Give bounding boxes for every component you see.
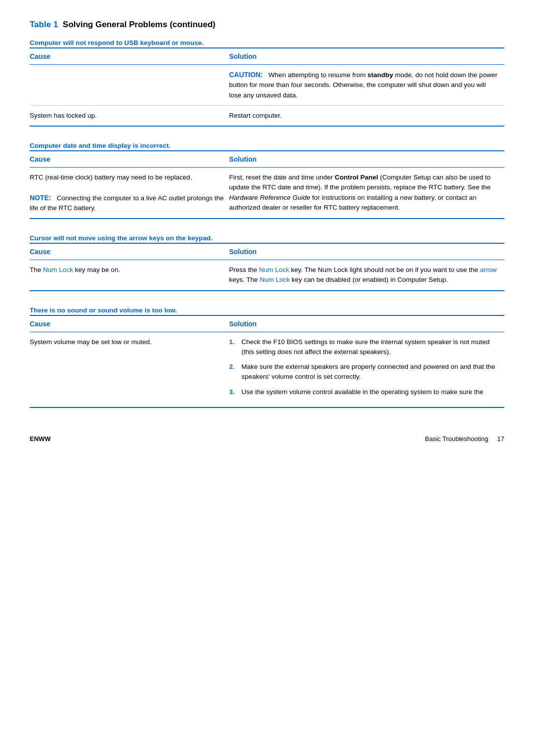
page-title: Table 1 Solving General Problems (contin… bbox=[30, 20, 504, 30]
sound-subtitle: There is no sound or sound volume is too… bbox=[30, 307, 177, 314]
datetime-solution-1: First, reset the date and time under Con… bbox=[229, 168, 504, 219]
usb-cause-2: System has locked up. bbox=[30, 105, 229, 126]
table-row: System has locked up. Restart computer. bbox=[30, 105, 504, 126]
page-footer: ENWW Basic Troubleshooting 17 bbox=[30, 433, 504, 443]
list-text-3: Use the system volume control available … bbox=[241, 387, 483, 397]
footer-right: Basic Troubleshooting 17 bbox=[425, 435, 504, 443]
title-text: Solving General Problems (continued) bbox=[60, 20, 216, 29]
usb-solution-header: Solution bbox=[229, 48, 504, 65]
usb-solution-1: CAUTION: When attempting to resume from … bbox=[229, 65, 504, 106]
section-usb: Computer will not respond to USB keyboar… bbox=[30, 39, 504, 127]
usb-subtitle: Computer will not respond to USB keyboar… bbox=[30, 39, 204, 46]
sound-solution-list: 1. Check the F10 BIOS settings to make s… bbox=[229, 337, 499, 397]
numlock-link-sol1: Num Lock bbox=[259, 266, 289, 273]
cursor-solution-1: Press the Num Lock key. The Num Lock lig… bbox=[229, 260, 504, 291]
cursor-table: Cause Solution The Num Lock key may be o… bbox=[30, 243, 504, 291]
list-num-3: 3. bbox=[229, 387, 239, 397]
sound-table: Cause Solution System volume may be set … bbox=[30, 315, 504, 408]
sound-solution-header: Solution bbox=[229, 315, 504, 332]
caution-label: CAUTION: bbox=[229, 71, 263, 79]
usb-cause-header: Cause bbox=[30, 48, 229, 65]
footer-section-label: Basic Troubleshooting bbox=[425, 435, 489, 443]
list-item: 3. Use the system volume control availab… bbox=[229, 387, 499, 397]
list-num-1: 1. bbox=[229, 337, 239, 347]
cursor-solution-header: Solution bbox=[229, 243, 504, 260]
table-label: Table 1 bbox=[30, 20, 60, 29]
table-row: RTC (real-time clock) battery may need t… bbox=[30, 168, 504, 219]
table-row: CAUTION: When attempting to resume from … bbox=[30, 65, 504, 106]
datetime-subtitle: Computer date and time display is incorr… bbox=[30, 142, 171, 149]
cursor-cause-header: Cause bbox=[30, 243, 229, 260]
list-item: 2. Make sure the external speakers are p… bbox=[229, 362, 499, 382]
list-text-1: Check the F10 BIOS settings to make sure… bbox=[241, 337, 499, 357]
sound-cause-1: System volume may be set low or muted. bbox=[30, 332, 229, 407]
table-row: The Num Lock key may be on. Press the Nu… bbox=[30, 260, 504, 291]
cursor-subtitle: Cursor will not move using the arrow key… bbox=[30, 234, 213, 242]
usb-table: Cause Solution CAUTION: When attempting … bbox=[30, 47, 504, 127]
list-num-2: 2. bbox=[229, 362, 239, 372]
arrow-link: arrow bbox=[480, 266, 497, 273]
sound-cause-header: Cause bbox=[30, 315, 229, 332]
list-item: 1. Check the F10 BIOS settings to make s… bbox=[229, 337, 499, 357]
usb-cause-1 bbox=[30, 65, 229, 106]
cursor-cause-1: The Num Lock key may be on. bbox=[30, 260, 229, 291]
caution-text: When attempting to resume from standby m… bbox=[229, 71, 497, 99]
datetime-solution-header: Solution bbox=[229, 151, 504, 168]
footer-enww: ENWW bbox=[30, 435, 51, 443]
numlock-link-sol2: Num Lock bbox=[260, 276, 290, 283]
note-label: NOTE: bbox=[30, 194, 51, 202]
sound-solution-1: 1. Check the F10 BIOS settings to make s… bbox=[229, 332, 504, 407]
section-sound: There is no sound or sound volume is too… bbox=[30, 306, 504, 408]
numlock-link-cause: Num Lock bbox=[43, 266, 73, 273]
section-datetime: Computer date and time display is incorr… bbox=[30, 141, 504, 219]
page-number: 17 bbox=[497, 435, 504, 443]
datetime-cause-text: RTC (real-time clock) battery may need t… bbox=[30, 174, 192, 181]
table-row: System volume may be set low or muted. 1… bbox=[30, 332, 504, 407]
note-text: Connecting the computer to a live AC out… bbox=[30, 194, 224, 212]
datetime-table: Cause Solution RTC (real-time clock) bat… bbox=[30, 150, 504, 219]
datetime-cause-header: Cause bbox=[30, 151, 229, 168]
datetime-cause-1: RTC (real-time clock) battery may need t… bbox=[30, 168, 229, 219]
section-cursor: Cursor will not move using the arrow key… bbox=[30, 234, 504, 291]
list-text-2: Make sure the external speakers are prop… bbox=[241, 362, 499, 382]
usb-solution-2: Restart computer. bbox=[229, 105, 504, 126]
